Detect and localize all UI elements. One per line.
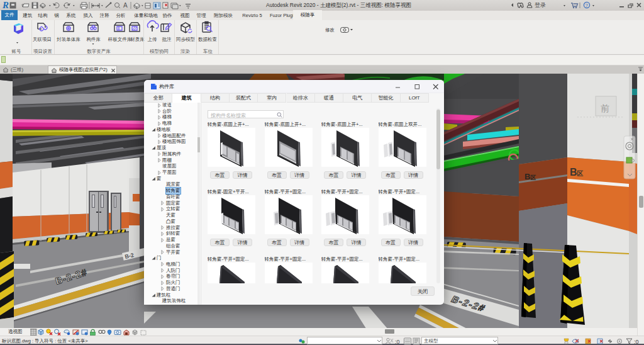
svg-text:前: 前 bbox=[601, 103, 609, 113]
svg-text:Autodesk Revit 2020 - 土建模型(2).: Autodesk Revit 2020 - 土建模型(2).rvt - 三维视图… bbox=[266, 2, 411, 8]
svg-text:R: R bbox=[2, 0, 9, 10]
svg-text:登录: 登录 bbox=[535, 2, 546, 8]
svg-text::0: :0 bbox=[395, 339, 400, 345]
svg-text::0: :0 bbox=[634, 339, 639, 345]
svg-text:A: A bbox=[123, 2, 128, 9]
svg-text:?: ? bbox=[586, 3, 589, 8]
